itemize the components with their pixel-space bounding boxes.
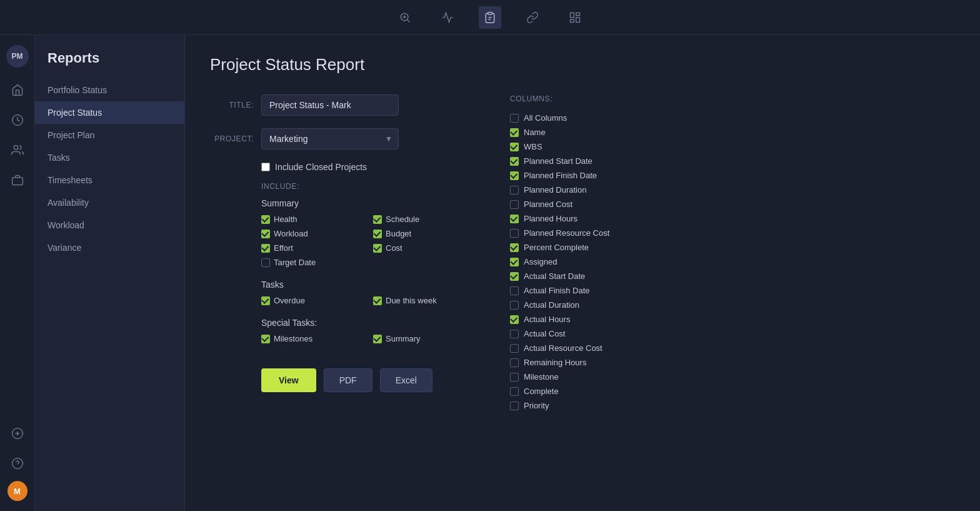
svg-rect-4: [571, 13, 574, 18]
tasks-grid: Overdue Due this week: [261, 296, 472, 305]
home-nav-icon[interactable]: [5, 78, 30, 103]
pm-logo[interactable]: PM: [6, 45, 29, 68]
include-closed-checkbox[interactable]: [261, 163, 270, 171]
actual-duration-label: Actual Duration: [524, 300, 579, 310]
actual-cost-checkbox[interactable]: [510, 330, 519, 338]
actual-cost-label: Actual Cost: [524, 329, 565, 338]
column-item-actual-duration: Actual Duration: [510, 298, 950, 312]
planned-resource-cost-checkbox[interactable]: [510, 229, 519, 238]
due-this-week-checkbox[interactable]: [373, 296, 382, 305]
people-nav-icon[interactable]: [5, 138, 30, 163]
project-field-row: PROJECT: Marketing Development Design ▼: [210, 128, 472, 149]
summary-group-title: Summary: [261, 198, 472, 208]
project-label: PROJECT:: [210, 134, 254, 143]
effort-checkbox[interactable]: [261, 244, 270, 253]
svg-rect-1: [488, 12, 492, 14]
include-health: Health: [261, 215, 361, 224]
include-closed-label[interactable]: Include Closed Projects: [275, 162, 367, 172]
column-item-percent-complete: Percent Complete: [510, 240, 950, 255]
form-right: COLUMNS: All Columns Name WBS: [510, 94, 955, 413]
milestones-label: Milestones: [274, 334, 312, 343]
actual-hours-checkbox[interactable]: [510, 315, 519, 324]
milestone-label: Milestone: [524, 372, 559, 382]
overdue-checkbox[interactable]: [261, 296, 270, 305]
column-item-planned-cost: Planned Cost: [510, 197, 950, 211]
link-icon[interactable]: [521, 6, 544, 29]
action-buttons: View PDF Excel: [261, 368, 472, 392]
budget-checkbox[interactable]: [373, 230, 382, 238]
effort-label: Effort: [274, 243, 293, 253]
summary-tasks-checkbox[interactable]: [373, 335, 382, 343]
wbs-col-checkbox[interactable]: [510, 143, 519, 151]
column-item-milestone: Milestone: [510, 370, 950, 384]
include-workload: Workload: [261, 229, 361, 238]
due-this-week-label: Due this week: [386, 296, 437, 305]
briefcase-nav-icon[interactable]: [5, 168, 30, 193]
form-section: TITLE: PROJECT: Marketing Development De…: [210, 94, 955, 413]
include-summary-tasks: Summary: [373, 334, 472, 343]
sidebar-item-workload[interactable]: Workload: [35, 214, 184, 236]
column-item-priority: Priority: [510, 398, 950, 413]
clipboard-icon[interactable]: [479, 6, 501, 29]
activity-icon[interactable]: [436, 6, 459, 29]
planned-duration-checkbox[interactable]: [510, 186, 519, 195]
sidebar-item-availability[interactable]: Availability: [35, 191, 184, 214]
workload-checkbox[interactable]: [261, 230, 270, 238]
title-input[interactable]: [261, 94, 399, 116]
user-avatar[interactable]: M: [8, 481, 28, 501]
svg-rect-10: [12, 178, 22, 185]
actual-resource-cost-label: Actual Resource Cost: [524, 343, 602, 353]
add-nav-icon[interactable]: [5, 421, 30, 446]
milestones-checkbox[interactable]: [261, 335, 270, 343]
column-item-planned-resource-cost: Planned Resource Cost: [510, 226, 950, 240]
view-button[interactable]: View: [261, 368, 316, 392]
sidebar-item-timesheets[interactable]: Timesheets: [35, 169, 184, 191]
sidebar-item-variance[interactable]: Variance: [35, 236, 184, 259]
svg-rect-5: [576, 13, 580, 15]
sidebar-item-project-plan[interactable]: Project Plan: [35, 124, 184, 146]
complete-checkbox[interactable]: [510, 387, 519, 396]
planned-cost-checkbox[interactable]: [510, 200, 519, 209]
actual-start-date-checkbox[interactable]: [510, 272, 519, 281]
svg-rect-7: [571, 19, 574, 22]
excel-button[interactable]: Excel: [380, 368, 432, 392]
project-select[interactable]: Marketing Development Design: [261, 128, 399, 149]
remaining-hours-label: Remaining Hours: [524, 358, 586, 367]
history-nav-icon[interactable]: [5, 108, 30, 133]
form-left: TITLE: PROJECT: Marketing Development De…: [210, 94, 472, 413]
health-checkbox[interactable]: [261, 215, 270, 224]
tasks-group-title: Tasks: [261, 280, 472, 290]
name-col-checkbox[interactable]: [510, 128, 519, 137]
column-item-actual-hours: Actual Hours: [510, 312, 950, 326]
sidebar-item-portfolio-status[interactable]: Portfolio Status: [35, 79, 184, 101]
actual-duration-checkbox[interactable]: [510, 301, 519, 310]
pdf-button[interactable]: PDF: [324, 368, 372, 392]
planned-cost-label: Planned Cost: [524, 200, 572, 209]
actual-resource-cost-checkbox[interactable]: [510, 344, 519, 353]
help-nav-icon[interactable]: [5, 451, 30, 476]
target-date-checkbox[interactable]: [261, 258, 270, 267]
search-zoom-icon[interactable]: [394, 6, 416, 29]
cost-checkbox[interactable]: [373, 244, 382, 253]
page-title: Project Status Report: [210, 55, 955, 74]
remaining-hours-checkbox[interactable]: [510, 358, 519, 367]
planned-hours-checkbox[interactable]: [510, 215, 519, 223]
layout-icon[interactable]: [564, 6, 586, 29]
planned-finish-date-checkbox[interactable]: [510, 171, 519, 180]
sidebar-item-tasks[interactable]: Tasks: [35, 146, 184, 169]
planned-start-date-checkbox[interactable]: [510, 157, 519, 166]
column-item-planned-duration: Planned Duration: [510, 183, 950, 197]
priority-checkbox[interactable]: [510, 402, 519, 410]
include-overdue: Overdue: [261, 296, 361, 305]
svg-rect-6: [576, 18, 580, 23]
actual-hours-label: Actual Hours: [524, 315, 570, 324]
column-item-remaining-hours: Remaining Hours: [510, 355, 950, 370]
overdue-label: Overdue: [274, 296, 305, 305]
all-columns-checkbox[interactable]: [510, 114, 519, 123]
assigned-checkbox[interactable]: [510, 258, 519, 266]
schedule-checkbox[interactable]: [373, 215, 382, 224]
milestone-checkbox[interactable]: [510, 373, 519, 382]
percent-complete-checkbox[interactable]: [510, 243, 519, 252]
actual-finish-date-checkbox[interactable]: [510, 286, 519, 295]
sidebar-item-project-status[interactable]: Project Status: [35, 101, 184, 124]
